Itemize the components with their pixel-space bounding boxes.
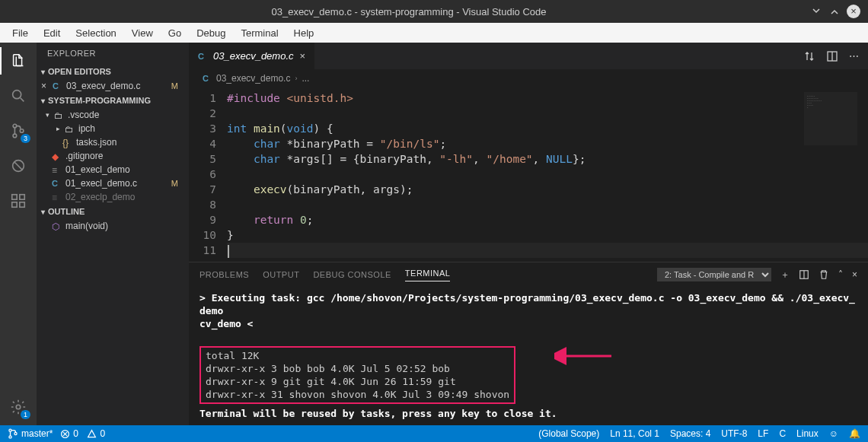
status-encoding[interactable]: UTF-8 [721,428,747,439]
svg-point-3 [20,129,24,133]
symbol-method-icon: ⬡ [52,221,61,231]
menu-edit[interactable]: Edit [37,25,66,41]
split-terminal-icon[interactable] [799,269,809,280]
more-actions-icon[interactable]: ⋯ [849,50,859,62]
bottom-panel: PROBLEMS OUTPUT DEBUG CONSOLE TERMINAL 2… [189,262,868,425]
chevron-down-icon: ▾ [41,97,45,105]
editor-tabs: C 03_execv_demo.c × ⋯ [189,43,868,69]
code-editor[interactable]: 1234567891011 #include <unistd.h> int ma… [189,87,868,262]
open-editor-filename: 03_execv_demo.c [66,81,140,91]
new-terminal-icon[interactable]: ＋ [780,269,790,281]
file-execl-demo-c[interactable]: C01_execl_demo.c [37,176,189,190]
gear-badge: 1 [21,410,30,419]
search-icon[interactable] [8,85,29,107]
panel-tab-output[interactable]: OUTPUT [263,270,299,279]
panel-tab-terminal[interactable]: TERMINAL [405,269,451,281]
extensions-icon[interactable] [8,190,29,211]
folder-icon: 🗀 [54,110,63,119]
minimize-button[interactable] [810,5,822,17]
svg-rect-7 [12,202,17,207]
folder-ipch[interactable]: ▸🗀ipch [37,122,189,135]
c-file-icon: C [198,52,207,61]
compare-changes-icon[interactable] [803,50,815,62]
status-scope[interactable]: (Global Scope) [538,428,599,439]
file-tasks-json[interactable]: {}tasks.json [37,135,189,149]
menu-debug[interactable]: Debug [190,25,231,41]
gitignore-icon: ◆ [52,151,61,161]
outline-header[interactable]: ▾OUTLINE [37,204,189,219]
breadcrumbs[interactable]: C 03_execv_demo.c › ... [189,69,868,87]
open-editor-item[interactable]: × C 03_execv_demo.c [37,79,189,93]
chevron-right-icon: ▸ [56,125,60,132]
breadcrumb-file[interactable]: 03_execv_demo.c [216,73,290,84]
menu-selection[interactable]: Selection [69,25,122,41]
scm-badge: 3 [21,134,30,143]
panel-tab-debug-console[interactable]: DEBUG CONSOLE [313,270,391,279]
sidebar-title: EXPLORER [37,43,189,64]
window-title: 03_execv_demo.c - system-programming - V… [8,6,810,17]
close-button[interactable]: × [847,5,860,18]
source-control-icon[interactable]: 3 [8,120,29,142]
close-tab-icon[interactable]: × [300,50,306,62]
chevron-right-icon: › [295,75,297,82]
svg-point-14 [9,436,11,438]
svg-point-9 [16,405,21,409]
split-editor-icon[interactable] [826,50,838,62]
status-spaces[interactable]: Spaces: 4 [670,428,710,439]
maximize-panel-icon[interactable]: ˄ [838,269,843,280]
status-problems[interactable]: 0 0 [60,428,105,439]
activity-bar: 3 1 [0,43,37,425]
minimap[interactable]: ▬▬▬▬▬▬▬▬▬▬▬▬▬▬▬▬▬▬▬▬▬▬▬▬▬▬▬▬▬ [804,92,857,145]
open-editors-header[interactable]: ▾OPEN EDITORS [37,64,189,79]
terminal-output[interactable]: > Executing task: gcc /home/shovon/Proje… [189,287,868,425]
caret [228,245,229,258]
explorer-icon[interactable] [8,50,29,72]
panel-tab-problems[interactable]: PROBLEMS [199,270,249,279]
statusbar: master* 0 0 (Global Scope) Ln 11, Col 1 … [0,425,868,442]
status-eol[interactable]: LF [758,428,768,439]
svg-point-13 [9,429,11,431]
c-file-icon: C [53,81,62,91]
status-position[interactable]: Ln 11, Col 1 [610,428,659,439]
chevron-down-icon: ▾ [41,68,45,76]
svg-rect-5 [12,195,17,199]
menu-go[interactable]: Go [162,25,187,41]
chevron-down-icon: ▾ [46,111,49,119]
file-execl-demo[interactable]: ≡01_execl_demo [37,163,189,176]
menu-terminal[interactable]: Terminal [235,25,284,41]
tab-03-execv-demo[interactable]: C 03_execv_demo.c × [189,43,315,69]
annotation-arrow-icon [554,346,615,366]
status-language[interactable]: C [779,428,786,439]
menu-view[interactable]: View [126,25,159,41]
kill-terminal-icon[interactable] [819,269,829,280]
svg-rect-6 [20,195,24,199]
code-content[interactable]: #include <unistd.h> int main(void) { cha… [227,87,868,262]
c-file-icon: C [52,179,61,188]
svg-point-2 [13,134,17,138]
close-panel-icon[interactable]: × [852,269,857,280]
line-gutter: 1234567891011 [189,87,227,262]
c-file-icon: C [203,74,212,83]
project-header[interactable]: ▾SYSTEM-PROGRAMMING [37,93,189,108]
highlighted-output: total 12K drwxr-xr-x 3 bob bob 4.0K Jul … [199,346,515,404]
outline-main[interactable]: ⬡main(void) [37,219,189,233]
file-gitignore[interactable]: ◆.gitignore [37,149,189,163]
status-os[interactable]: Linux [796,428,819,439]
status-feedback-icon[interactable]: ☺ [829,428,838,439]
menu-help[interactable]: Help [288,25,321,41]
debug-icon[interactable] [8,155,29,176]
close-icon[interactable]: × [41,81,46,91]
menu-file[interactable]: File [6,25,34,41]
terminal-task-select[interactable]: 2: Task - Compile and R [657,268,771,281]
folder-vscode[interactable]: ▾🗀.vscode [37,108,189,122]
status-branch[interactable]: master* [8,428,53,439]
settings-gear-icon[interactable]: 1 [8,396,29,418]
binary-file-icon: ≡ [52,192,61,202]
binary-file-icon: ≡ [52,165,61,174]
svg-point-15 [14,432,17,434]
file-execlp-demo[interactable]: ≡02_execlp_demo [37,190,189,204]
status-bell-icon[interactable]: 🔔 [849,428,860,439]
maximize-button[interactable] [828,5,841,17]
titlebar: 03_execv_demo.c - system-programming - V… [0,0,868,23]
sidebar-explorer: EXPLORER ▾OPEN EDITORS × C 03_execv_demo… [37,43,189,425]
